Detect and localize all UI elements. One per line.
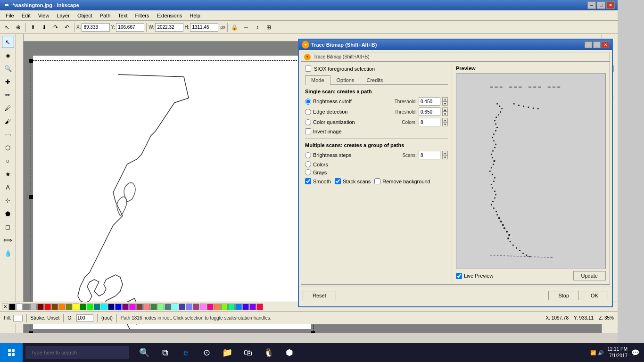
taskbar-store[interactable]: 🛍 [239, 343, 257, 362]
scans-spin-up[interactable]: ▲ [442, 151, 448, 155]
tool-connector[interactable]: ⟺ [2, 234, 14, 246]
color-swatch-20[interactable] [150, 304, 157, 310]
tool-pencil[interactable]: ✏ [2, 89, 14, 101]
x-input[interactable] [82, 23, 110, 32]
toolbar-lock-btn[interactable]: 🔒 [230, 22, 240, 33]
smooth-checkbox[interactable] [305, 178, 311, 184]
dialog-max-btn[interactable]: □ [593, 41, 601, 48]
taskbar-explorer[interactable]: 📁 [218, 343, 237, 362]
tool-select[interactable]: ↖ [2, 36, 14, 48]
stop-button[interactable]: Stop [548, 291, 579, 300]
tool-dropper[interactable]: 💧 [2, 247, 14, 259]
tool-star[interactable]: ★ [2, 168, 14, 180]
tool-text[interactable]: A [2, 181, 14, 193]
color-swatch-17[interactable] [129, 304, 136, 310]
menu-object[interactable]: Object [74, 12, 96, 19]
menu-edit[interactable]: Edit [18, 12, 34, 19]
toolbar-extra[interactable]: ⊞ [264, 22, 274, 33]
toolbar-btn-6[interactable]: ↶ [62, 22, 72, 33]
menu-help[interactable]: Help [186, 12, 204, 19]
color-swatch-18[interactable] [136, 304, 143, 310]
tool-calligraphy[interactable]: 🖌 [2, 115, 14, 127]
close-button[interactable]: ✕ [606, 1, 615, 9]
colors-spin-down[interactable]: ▼ [442, 122, 448, 126]
color-swatch-7[interactable] [58, 304, 65, 310]
start-button[interactable] [0, 343, 23, 362]
stack-scans-label[interactable]: Stack scans [343, 179, 371, 184]
menu-filters[interactable]: Filters [132, 12, 153, 19]
invert-checkbox[interactable] [305, 128, 311, 134]
y-input[interactable] [116, 23, 144, 32]
edge-spin-up[interactable]: ▲ [442, 107, 448, 112]
scans-spin-down[interactable]: ▼ [442, 155, 448, 159]
dialog-close-btn[interactable]: ✕ [602, 41, 609, 48]
tool-3d[interactable]: ⬡ [2, 141, 14, 154]
tool-node[interactable]: ◈ [2, 49, 14, 61]
opacity-input[interactable] [76, 314, 93, 322]
remove-bg-checkbox[interactable] [374, 178, 380, 184]
taskbar-edge[interactable]: e [176, 343, 195, 362]
reset-button[interactable]: Reset [303, 291, 336, 300]
maximize-button[interactable]: □ [597, 1, 605, 9]
tool-measure[interactable]: ✚ [2, 75, 14, 88]
toolbar-btn-4[interactable]: ⬇ [39, 22, 50, 33]
color-swatch-26[interactable] [193, 304, 199, 310]
menu-extensions[interactable]: Extensions [153, 12, 186, 19]
siox-checkbox[interactable] [305, 66, 311, 72]
tab-mode[interactable]: Mode [305, 75, 330, 85]
menu-view[interactable]: View [34, 12, 53, 19]
color-swatch-14[interactable] [108, 304, 115, 310]
color-swatch-32[interactable] [235, 304, 242, 310]
color-swatch-6[interactable] [51, 304, 58, 310]
no-color-swatch[interactable]: ✕ [2, 304, 8, 310]
colors-multi-radio[interactable] [305, 161, 311, 167]
color-swatch-5[interactable] [44, 304, 51, 310]
edge-detection-label[interactable]: Edge detection [313, 109, 393, 115]
color-swatch-15[interactable] [115, 304, 122, 310]
tool-gradient[interactable]: ◻ [2, 221, 14, 233]
colors-spin-up[interactable]: ▲ [442, 118, 448, 122]
brightness-steps-label[interactable]: Brightness steps [313, 152, 400, 158]
brightness-spin-up[interactable]: ▲ [442, 97, 448, 101]
edge-threshold-input[interactable] [419, 107, 440, 116]
menu-layer[interactable]: Layer [53, 12, 74, 19]
edge-detection-radio[interactable] [305, 109, 311, 115]
color-quant-radio[interactable] [305, 119, 311, 125]
color-swatch-29[interactable] [214, 304, 221, 310]
brightness-steps-radio[interactable] [305, 152, 311, 158]
color-quant-label[interactable]: Color quantization [313, 119, 400, 125]
edge-spin-down[interactable]: ▼ [442, 112, 448, 116]
toolbar-flip-h[interactable]: ↔ [241, 22, 251, 33]
taskbar-app1[interactable]: 🐧 [259, 343, 278, 362]
tool-rect[interactable]: ▭ [2, 128, 14, 140]
color-swatch-16[interactable] [122, 304, 129, 310]
color-swatch-33[interactable] [242, 304, 249, 310]
toolbar-btn-1[interactable]: ↖ [2, 22, 12, 33]
color-swatch-13[interactable] [101, 304, 107, 310]
colors-multi-label[interactable]: Colors [313, 162, 448, 167]
color-swatch-8[interactable] [66, 304, 72, 310]
color-swatch-35[interactable] [256, 304, 263, 310]
color-swatch-24[interactable] [179, 304, 185, 310]
taskbar-search[interactable] [25, 346, 129, 359]
smooth-label[interactable]: Smooth [313, 179, 331, 184]
menu-text[interactable]: Text [114, 12, 131, 19]
color-swatch-2[interactable] [23, 304, 30, 310]
remove-bg-label[interactable]: Remove background [382, 179, 430, 184]
toolbar-btn-2[interactable]: ⊕ [13, 22, 24, 33]
tool-pen[interactable]: 🖊 [2, 102, 14, 114]
minimize-button[interactable]: ─ [587, 1, 596, 9]
taskbar-chrome[interactable]: ⊙ [197, 343, 216, 362]
color-swatch-19[interactable] [143, 304, 150, 310]
dialog-min-btn[interactable]: ─ [585, 41, 592, 48]
color-swatch-25[interactable] [186, 304, 192, 310]
notification-icon[interactable]: 💬 [631, 349, 639, 356]
color-swatch-22[interactable] [165, 304, 171, 310]
tool-spray[interactable]: ⊹ [2, 194, 14, 206]
live-preview-label[interactable]: Live Preview [464, 273, 493, 279]
colors-input[interactable] [419, 118, 440, 126]
tool-fill[interactable]: ⬟ [2, 207, 14, 220]
taskbar-task-view[interactable]: ⧉ [156, 343, 174, 362]
tab-options[interactable]: Options [330, 75, 361, 84]
brightness-cutoff-radio[interactable] [305, 99, 311, 105]
